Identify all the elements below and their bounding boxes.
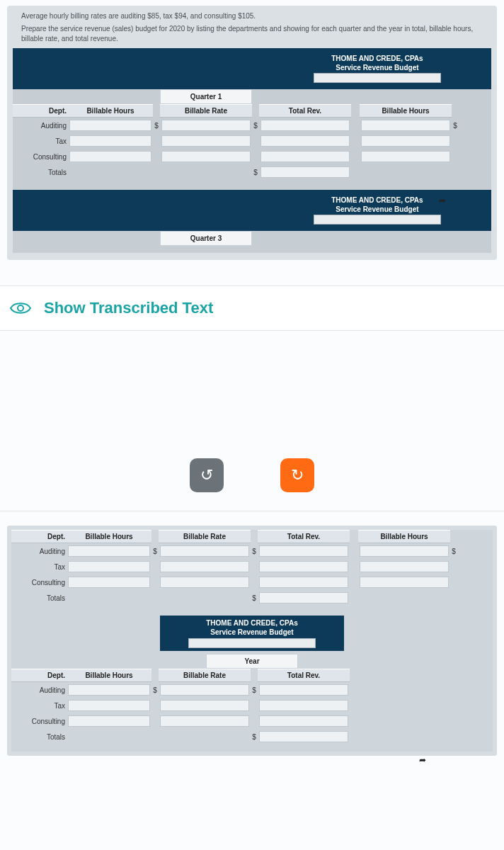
- banner-content: THOME AND CREDE, CPAs Service Revenue Bu…: [276, 48, 491, 89]
- svg-point-0: [18, 305, 23, 311]
- upper-question-card: Average hourly billing rates are auditin…: [7, 6, 497, 260]
- col-dept: Dept.: [13, 104, 68, 118]
- redo-button[interactable]: ↻: [280, 458, 314, 492]
- period-dropdown[interactable]: [314, 73, 441, 83]
- consulting-hours-input[interactable]: [68, 715, 150, 727]
- auditing-rate-input[interactable]: [160, 545, 249, 557]
- year-banner: THOME AND CREDE, CPAs Service Revenue Bu…: [160, 616, 344, 651]
- currency-symbol: $: [251, 545, 258, 557]
- label-consulting: Consulting: [11, 577, 67, 589]
- label-consulting: Consulting: [11, 715, 67, 727]
- auditing-hours2-input[interactable]: [361, 120, 450, 131]
- currency-symbol: $: [251, 731, 258, 743]
- undo-icon: ↺: [200, 466, 213, 484]
- tax-hours2-input[interactable]: [361, 135, 450, 147]
- title-banner: THOME AND CREDE, CPAs Service Revenue Bu…: [13, 48, 491, 89]
- row-totals-lower: Totals $: [11, 590, 493, 606]
- company-name: THOME AND CREDE, CPAs: [160, 618, 344, 628]
- tax-hours-input[interactable]: [69, 135, 151, 147]
- label-totals: Totals: [11, 592, 67, 604]
- consulting-hours-input[interactable]: [69, 151, 151, 162]
- tax-hours2-input[interactable]: [360, 561, 449, 572]
- tax-rev-input[interactable]: [260, 135, 350, 147]
- currency-symbol: $: [151, 684, 159, 696]
- label-auditing: Auditing: [11, 684, 67, 696]
- year-column-header-row: Dept. Billable Hours Billable Rate Total…: [11, 669, 493, 682]
- instruction-line-1: Average hourly billing rates are auditin…: [21, 11, 483, 21]
- totals-rev-input[interactable]: [260, 166, 350, 178]
- row-tax-lower: Tax: [11, 559, 493, 574]
- period-dropdown[interactable]: [188, 638, 316, 648]
- auditing-rev-input[interactable]: [260, 120, 350, 131]
- col-hours: Billable Hours: [67, 669, 151, 682]
- col-rev: Total Rev.: [258, 530, 350, 543]
- auditing-rate-input[interactable]: [160, 684, 249, 696]
- redo-icon: ↻: [291, 466, 304, 484]
- col-rate: Billable Rate: [159, 530, 251, 543]
- banner-content-q3: THOME AND CREDE, CPAs Service Revenue Bu…: [276, 190, 491, 231]
- label-tax: Tax: [11, 700, 67, 712]
- col-rev: Total Rev.: [258, 669, 350, 682]
- instruction-line-2: Prepare the service revenue (sales) budg…: [21, 24, 483, 44]
- consulting-rate-input[interactable]: [160, 577, 249, 588]
- report-title: Service Revenue Budget: [160, 628, 344, 637]
- label-consulting: Consulting: [13, 151, 68, 163]
- tax-hours-input[interactable]: [68, 561, 150, 572]
- currency-symbol: $: [151, 545, 159, 557]
- instruction-text: Average hourly billing rates are auditin…: [21, 11, 483, 44]
- auditing-rev-input[interactable]: [259, 684, 348, 696]
- consulting-hours-input[interactable]: [68, 577, 150, 588]
- currency-symbol: $: [251, 684, 258, 696]
- company-name: THOME AND CREDE, CPAs: [331, 55, 423, 62]
- consulting-hours2-input[interactable]: [360, 577, 449, 588]
- consulting-rev-input[interactable]: [259, 577, 348, 588]
- company-name: THOME AND CREDE, CPAs: [331, 196, 423, 204]
- auditing-hours-input[interactable]: [68, 545, 150, 557]
- year-row-tax: Tax: [11, 698, 493, 713]
- cursor-icon: ➦: [439, 196, 446, 205]
- row-consulting-lower: Consulting: [11, 574, 493, 590]
- lower-question-card: Dept. Billable Hours Billable Rate Total…: [7, 526, 497, 756]
- consulting-rev-input[interactable]: [260, 151, 350, 162]
- column-header-row: Dept. Billable Hours Billable Rate Total…: [13, 104, 491, 118]
- period-dropdown[interactable]: [314, 215, 441, 225]
- tax-rate-input[interactable]: [160, 700, 249, 711]
- auditing-hours-input[interactable]: [68, 684, 150, 696]
- tax-hours-input[interactable]: [68, 700, 150, 711]
- currency-symbol: $: [251, 592, 258, 604]
- currency-symbol: $: [450, 545, 457, 557]
- totals-rev-input[interactable]: [259, 731, 348, 742]
- auditing-hours2-input[interactable]: [360, 545, 449, 557]
- auditing-rate-input[interactable]: [161, 120, 251, 131]
- col-rate: Billable Rate: [160, 104, 252, 118]
- quarter-header-row: Quarter 1: [13, 89, 491, 104]
- auditing-rev-input[interactable]: [259, 545, 348, 557]
- currency-symbol: $: [252, 120, 259, 132]
- tax-rev-input[interactable]: [259, 561, 348, 572]
- auditing-hours-input[interactable]: [69, 120, 151, 131]
- tax-rate-input[interactable]: [161, 135, 251, 147]
- col-rev: Total Rev.: [259, 104, 351, 118]
- consulting-rate-input[interactable]: [161, 151, 251, 162]
- label-tax: Tax: [11, 561, 67, 573]
- tax-rev-input[interactable]: [259, 700, 348, 711]
- year-row-totals: Totals $: [11, 729, 493, 744]
- col-dept: Dept.: [11, 669, 67, 682]
- consulting-rev-input[interactable]: [259, 715, 348, 727]
- banner-spacer: [13, 48, 276, 89]
- undo-button[interactable]: ↺: [190, 458, 224, 492]
- consulting-hours2-input[interactable]: [361, 151, 450, 162]
- cursor-icon: ➦: [419, 755, 426, 761]
- totals-rev-input[interactable]: [259, 592, 348, 604]
- quarter1-label: Quarter 1: [160, 89, 252, 104]
- row-auditing-lower: Auditing $ $ $: [11, 543, 493, 559]
- consulting-rate-input[interactable]: [160, 715, 249, 727]
- label-auditing: Auditing: [11, 545, 67, 557]
- eye-icon: [10, 300, 31, 316]
- label-tax: Tax: [13, 135, 68, 147]
- show-transcribed-button[interactable]: Show Transcribed Text: [0, 285, 504, 331]
- tax-rate-input[interactable]: [160, 561, 249, 572]
- report-title: Service Revenue Budget: [336, 64, 418, 72]
- worksheet-lower: Dept. Billable Hours Billable Rate Total…: [11, 530, 493, 752]
- col-rate: Billable Rate: [159, 669, 251, 682]
